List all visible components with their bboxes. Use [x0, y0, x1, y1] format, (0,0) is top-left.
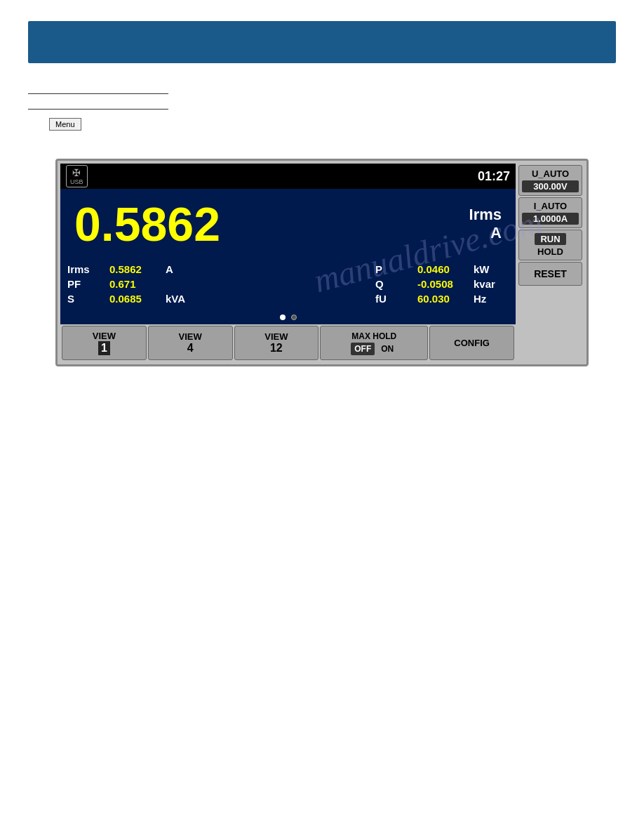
right-buttons-panel: U_AUTO 300.00V I_AUTO 1.0000A RUN HOLD R… [517, 164, 584, 362]
max-hold-toggle: OFF ON [351, 343, 397, 355]
val-q: -0.0508 [417, 278, 474, 290]
data-row-3: S 0.0685 kVA fU 60.030 Hz [67, 293, 509, 305]
i-auto-button[interactable]: I_AUTO 1.0000A [518, 197, 582, 228]
unit-p: kW [474, 263, 509, 275]
label-fu: fU [375, 293, 417, 305]
device-container: ✠ USB 01:27 0.5862 Irms A Irms 0.5862 [55, 159, 589, 366]
max-hold-on[interactable]: ON [377, 343, 397, 355]
data-row-1: Irms 0.5862 A P 0.0460 kW [67, 263, 509, 275]
view-12-button[interactable]: VIEW 12 [234, 326, 319, 360]
u-auto-value: 300.00V [522, 180, 579, 192]
view-4-label: VIEW [179, 331, 202, 342]
big-unit-label: Irms A [469, 206, 502, 242]
usb-symbol: ✠ [72, 167, 81, 178]
view-1-button[interactable]: VIEW 1 [62, 326, 147, 360]
top-bar: ✠ USB 01:27 [60, 164, 516, 189]
big-unit-name: Irms [469, 206, 502, 224]
label-irms: Irms [67, 263, 109, 275]
label-q: Q [375, 278, 417, 290]
view-4-num: 4 [187, 342, 194, 355]
underline-section: Menu [28, 84, 616, 131]
run-hold-button[interactable]: RUN HOLD [518, 230, 582, 260]
reset-label: RESET [534, 268, 567, 279]
usb-label: USB [70, 178, 83, 185]
underline-1 [28, 84, 168, 94]
max-hold-label: MAX HOLD [351, 331, 396, 341]
i-auto-value: 1.0000A [522, 213, 579, 225]
right-spacer [518, 287, 582, 360]
big-display: 0.5862 Irms A [60, 189, 516, 259]
view-buttons: VIEW 1 VIEW 4 VIEW 12 MAX HOLD OFF ON [60, 324, 516, 362]
big-unit: A [469, 224, 502, 242]
val-pf: 0.671 [109, 278, 166, 290]
label-s: S [67, 293, 109, 305]
view-1-label: VIEW [93, 331, 116, 341]
dot-1 [280, 315, 286, 320]
dot-2 [291, 315, 297, 320]
menu-button[interactable]: Menu [49, 118, 81, 131]
view-1-num: 1 [98, 341, 110, 355]
hold-label: HOLD [537, 246, 563, 257]
unit-irms: A [166, 263, 201, 275]
data-rows: Irms 0.5862 A P 0.0460 kW PF 0.671 Q -0.… [60, 259, 516, 312]
view-4-button[interactable]: VIEW 4 [148, 326, 233, 360]
val-fu: 60.030 [417, 293, 474, 305]
val-s: 0.0685 [109, 293, 166, 305]
header-bar [28, 21, 616, 63]
view-12-num: 12 [270, 342, 283, 355]
unit-fu: Hz [474, 293, 509, 305]
usb-icon: ✠ USB [66, 165, 88, 187]
unit-s: kVA [166, 293, 201, 305]
max-hold-off[interactable]: OFF [351, 343, 375, 355]
view-12-label: VIEW [264, 331, 288, 342]
val-p: 0.0460 [417, 263, 474, 275]
unit-q: kvar [474, 278, 509, 290]
label-pf: PF [67, 278, 109, 290]
underline-2 [28, 100, 168, 110]
u-auto-button[interactable]: U_AUTO 300.00V [518, 165, 582, 196]
config-bottom-button[interactable]: CONFIG [429, 326, 514, 360]
dots-row [60, 312, 516, 324]
data-row-2: PF 0.671 Q -0.0508 kvar [67, 278, 509, 290]
val-irms: 0.5862 [109, 263, 166, 275]
big-value: 0.5862 [74, 197, 220, 251]
u-auto-label: U_AUTO [532, 168, 569, 179]
reset-button[interactable]: RESET [518, 262, 582, 286]
max-hold-button[interactable]: MAX HOLD OFF ON [320, 326, 428, 360]
label-p: P [375, 263, 417, 275]
config-bottom-label: CONFIG [454, 338, 490, 348]
run-label: RUN [535, 233, 565, 245]
i-auto-label: I_AUTO [534, 201, 567, 211]
time-display: 01:27 [478, 169, 510, 184]
